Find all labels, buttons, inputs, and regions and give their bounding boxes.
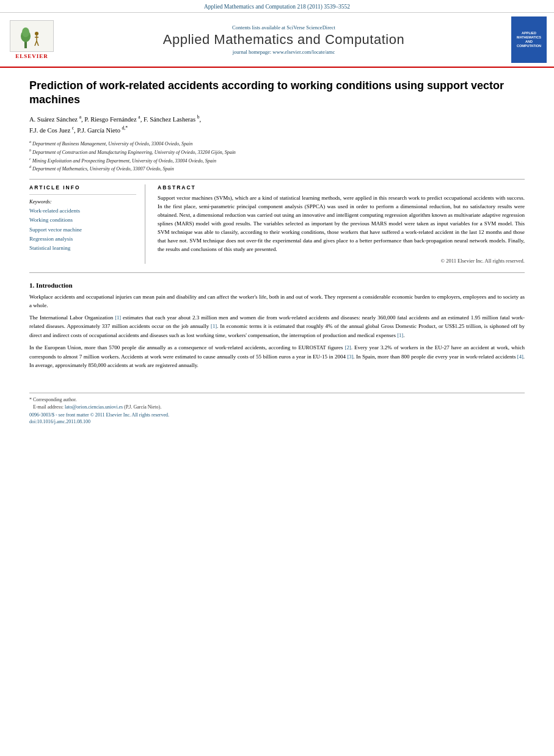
ref-2[interactable]: [2]: [345, 344, 351, 351]
email-suffix: (P.J. García Nieto).: [124, 404, 161, 410]
cover-text: APPLIEDMATHEMATICSANDCOMPUTATION: [517, 31, 541, 49]
journal-header: ELSEVIER Contents lists available at Sci…: [0, 13, 554, 68]
doi-line: doi:10.1016/j.amc.2011.08.100: [29, 419, 525, 424]
article-info-column: ARTICLE INFO Keywords: Work-related acci…: [29, 184, 145, 264]
keyword-2[interactable]: Working conditions: [29, 216, 136, 225]
email-label: E-mail address:: [33, 404, 64, 410]
ref-3[interactable]: [3]: [347, 354, 353, 360]
elsevier-text: ELSEVIER: [15, 53, 48, 59]
abstract-header: ABSTRACT: [158, 184, 525, 191]
doi-value[interactable]: 10.1016/j.amc.2011.08.100: [37, 419, 90, 424]
doi-label: doi:: [29, 419, 37, 424]
abstract-text: Support vector machines (SVMs), which ar…: [158, 194, 525, 254]
abstract-column: ABSTRACT Support vector machines (SVMs),…: [158, 184, 525, 264]
intro-paragraph-2: The International Labor Organization [1]…: [29, 313, 525, 340]
sciverse-prefix: Contents lists available at: [232, 24, 286, 31]
ref-1c[interactable]: [1]: [397, 332, 403, 338]
footnote-email: E-mail address: lato@orion.ciencias.unio…: [29, 404, 525, 411]
article-info-abstract: ARTICLE INFO Keywords: Work-related acci…: [29, 184, 525, 264]
keywords-label: Keywords:: [29, 198, 136, 205]
intro-paragraph-1: Workplace accidents and occupational inj…: [29, 293, 525, 310]
section-1-title: Introduction: [36, 282, 73, 289]
corresponding-author-label: * Corresponding author.: [29, 397, 77, 402]
elsevier-tree-icon: [13, 23, 50, 49]
copyright-doi-line: 0096-3003/$ - see front matter © 2011 El…: [29, 412, 525, 418]
journal-ref-text: Applied Mathematics and Computation 218 …: [204, 4, 350, 10]
svg-line-7: [37, 41, 38, 46]
svg-line-6: [35, 41, 37, 46]
divider-after-affiliations: [29, 179, 525, 180]
article-info-divider: [29, 194, 136, 195]
homepage-link[interactable]: www.elsevier.com/locate/amc: [272, 49, 335, 55]
elsevier-logo: ELSEVIER: [7, 20, 56, 59]
sciverse-bar: Contents lists available at SciVerse Sci…: [62, 24, 505, 31]
journal-reference: Applied Mathematics and Computation 218 …: [0, 0, 554, 13]
footnote-corresponding: * Corresponding author.: [29, 396, 525, 404]
keyword-4[interactable]: Regression analysis: [29, 234, 136, 244]
section-1-heading: 1. Introduction: [29, 282, 525, 289]
section-1-number: 1.: [29, 282, 34, 289]
ref-1[interactable]: [1]: [115, 314, 121, 321]
svg-point-3: [35, 32, 38, 35]
affiliations: a Department of Business Management, Uni…: [29, 139, 525, 173]
ref-4[interactable]: [4]: [517, 354, 523, 360]
keyword-5[interactable]: Statistical learning: [29, 244, 136, 253]
journal-cover-thumbnail: APPLIEDMATHEMATICSANDCOMPUTATION: [511, 16, 547, 63]
article-info-header: ARTICLE INFO: [29, 184, 136, 191]
keyword-1[interactable]: Work-related accidents: [29, 206, 136, 216]
footer-copyright: 0096-3003/$ - see front matter © 2011 El…: [29, 412, 169, 418]
page-footer: * Corresponding author. E-mail address: …: [29, 393, 525, 424]
journal-title-block: Contents lists available at SciVerse Sci…: [62, 24, 505, 55]
svg-point-2: [22, 27, 29, 37]
elsevier-logo-image: [10, 20, 54, 52]
copyright-line: © 2011 Elsevier Inc. All rights reserved…: [158, 258, 525, 264]
journal-name: Applied Mathematics and Computation: [62, 32, 505, 48]
journal-homepage: journal homepage: www.elsevier.com/locat…: [62, 49, 505, 55]
email-link[interactable]: lato@orion.ciencias.uniovi.es: [65, 404, 123, 410]
keyword-3[interactable]: Support vector machine: [29, 225, 136, 234]
authors: A. Suárez Sánchez a, P. Riesgo Fernández…: [29, 114, 525, 136]
divider-after-abstract: [29, 272, 525, 273]
main-content: Prediction of work-related accidents acc…: [0, 68, 554, 384]
sciverse-link[interactable]: SciVerse ScienceDirect: [286, 24, 335, 31]
article-title: Prediction of work-related accidents acc…: [29, 79, 525, 107]
ref-1b[interactable]: [1]: [211, 323, 217, 329]
intro-paragraph-3: In the European Union, more than 5700 pe…: [29, 343, 525, 369]
